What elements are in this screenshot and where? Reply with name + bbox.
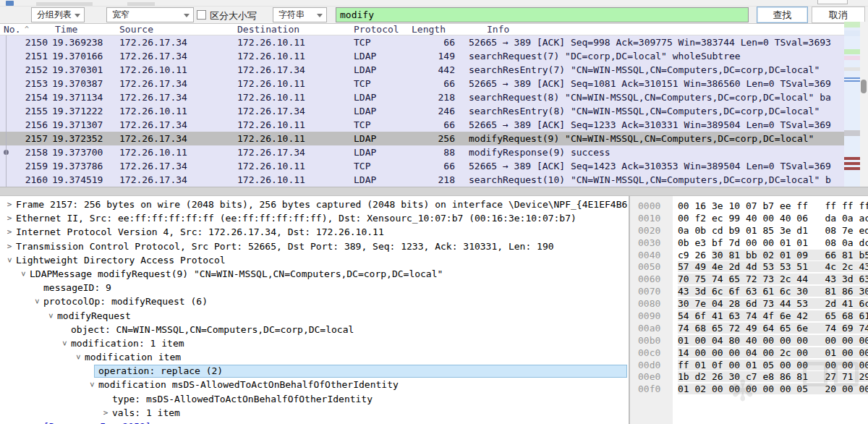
hex-row[interactable]: 005057 49 4e 2d 4d 53 53 51 4c 2c 43 4 [630, 261, 868, 274]
hex-row[interactable]: 0040c9 26 30 81 bb 02 01 09 66 81 b5 0 [630, 250, 868, 262]
hex-offset: 00c0 [638, 347, 678, 360]
cell-protocol: TCP [354, 35, 370, 49]
pane-splitter[interactable] [0, 187, 868, 196]
cell-protocol: LDAP [354, 63, 376, 77]
column-header-time[interactable]: Time [55, 24, 77, 35]
tree-node-label: Internet Protocol Version 4, Src: 172.26… [16, 226, 384, 237]
search-type-dropdown[interactable]: 字符串 [273, 7, 327, 22]
hex-row[interactable]: 000000 16 3e 10 07 b7 ee ff ff ff ff f [630, 200, 868, 213]
column-header-info[interactable]: Info [487, 24, 509, 35]
packet-row[interactable]: 215319.370387172.26.17.34172.26.10.11TCP… [0, 77, 844, 90]
cell-info: searchRequest(7) "DC=corp,DC=local" whol… [469, 49, 844, 63]
packet-row[interactable]: 215819.373700172.26.10.11172.26.17.34LDA… [0, 145, 844, 159]
find-button[interactable]: 查找 [757, 7, 808, 23]
cell-length: 66 [404, 118, 455, 132]
hex-row[interactable]: 00b001 00 04 80 40 00 00 00 00 00 00 0 [630, 335, 868, 347]
tree-node[interactable]: >vals: 1 item [0, 406, 629, 420]
expand-arrow-icon[interactable]: > [6, 225, 13, 239]
expand-arrow-icon[interactable]: > [6, 198, 13, 211]
packet-row[interactable]: 215019.369238172.26.17.34172.26.10.11TCP… [0, 35, 844, 49]
tree-node[interactable]: >modification: 1 item [0, 336, 629, 350]
expand-arrow-icon[interactable]: > [102, 406, 109, 420]
charset-width-dropdown[interactable]: 宽窄 [106, 7, 194, 22]
column-header-protocol[interactable]: Protocol [354, 24, 399, 35]
tree-node[interactable]: >Transmission Control Protocol, Src Port… [0, 239, 629, 253]
tree-node[interactable]: >Frame 2157: 256 bytes on wire (2048 bit… [0, 198, 629, 211]
tree-node[interactable]: >Lightweight Directory Access Protocol [0, 253, 629, 267]
cell-destination: 172.26.10.11 [237, 132, 305, 145]
hex-bytes: 1b d2 26 30 c7 e8 86 81 27 71 29 5 [678, 371, 868, 382]
hex-row[interactable]: 001000 f2 ec 99 40 00 40 06 da 0a ac 1 [630, 213, 868, 225]
collapse-arrow-icon[interactable]: > [57, 339, 71, 347]
hex-row[interactable]: 007043 3d 6c 6f 63 61 6c 30 81 86 30 8 [630, 286, 868, 298]
cell-destination: 172.26.10.11 [237, 173, 305, 187]
tree-node[interactable]: type: msDS-AllowedToActOnBehalfOfOtherId… [0, 392, 629, 406]
column-header-destination[interactable]: Destination [237, 24, 299, 35]
cell-length: 218 [404, 173, 455, 187]
tree-node[interactable]: messageID: 9 [0, 281, 629, 294]
collapse-arrow-icon[interactable]: > [16, 271, 30, 278]
search-input[interactable] [336, 7, 749, 22]
collapse-arrow-icon[interactable]: > [43, 312, 57, 319]
hex-row[interactable]: 00d0ff 01 0f 00 01 05 00 00 00 00 00 0 [630, 360, 868, 372]
cell-length: 66 [404, 159, 455, 173]
tree-node[interactable]: >protocolOp: modifyRequest (6) [0, 294, 629, 308]
tree-node[interactable]: >LDAPMessage modifyRequest(9) "CN=WIN-MS… [0, 267, 629, 281]
cell-info: modifyRequest(9) "CN=WIN-MSSQL,CN=Comput… [469, 132, 844, 145]
hex-row[interactable]: 00e01b d2 26 30 c7 e8 86 81 27 71 29 5 [630, 371, 868, 383]
packet-row[interactable]: 215419.371134172.26.17.34172.26.10.11LDA… [0, 90, 844, 104]
hex-offset: 00b0 [638, 335, 678, 347]
packet-row[interactable]: 215719.372352172.26.17.34172.26.10.11LDA… [0, 132, 844, 145]
packet-row[interactable]: 215919.373786172.26.17.34172.26.10.11TCP… [0, 159, 844, 173]
cell-destination: 172.26.10.11 [237, 35, 305, 49]
column-header-length[interactable]: Length [412, 24, 446, 35]
cell-no: 2152 [13, 63, 48, 77]
packet-row[interactable]: 215619.371307172.26.17.34172.26.10.11TCP… [0, 118, 844, 132]
cancel-button[interactable]: 取消 [812, 7, 865, 23]
hex-row[interactable]: 00300b e3 bf 7d 00 00 01 01 08 0a dc 2 [630, 237, 868, 250]
clipped-widget [36, 2, 93, 6]
tree-node[interactable]: [Response In: 2158] [0, 420, 629, 424]
hex-row[interactable]: 008030 7e 04 28 6d 73 44 53 2d 41 6c 6 [630, 298, 868, 310]
packet-row[interactable]: 216019.374519172.26.17.34172.26.10.11LDA… [0, 173, 844, 187]
hex-row[interactable]: 009054 6f 41 63 74 4f 6e 42 65 68 61 6 [630, 310, 868, 323]
packet-row[interactable]: 215119.370166172.26.17.34172.26.10.11LDA… [0, 49, 844, 63]
case-sensitive-checkbox[interactable] [197, 10, 206, 20]
expand-arrow-icon[interactable]: > [6, 211, 13, 225]
hex-row[interactable]: 00a074 68 65 72 49 64 65 6e 74 69 74 7 [630, 323, 868, 335]
collapse-arrow-icon[interactable]: > [30, 298, 43, 305]
search-scope-dropdown[interactable]: 分组列表 [31, 7, 85, 22]
hex-row[interactable]: 00c014 00 00 00 04 00 2c 00 01 00 00 0 [630, 347, 868, 360]
tree-node-label: object: CN=WIN-MSSQL,CN=Computers,DC=cor… [71, 324, 354, 335]
scrollbar-thumb[interactable] [861, 80, 867, 93]
collapse-arrow-icon[interactable]: > [71, 354, 85, 361]
hex-offset: 0090 [638, 310, 678, 323]
cell-no: 2158 [13, 145, 48, 159]
tree-node[interactable]: >modifyRequest [0, 309, 629, 323]
sort-indicator: ^ [25, 24, 29, 35]
collapse-arrow-icon[interactable]: > [85, 381, 98, 389]
hex-row[interactable]: 00f001 02 00 00 00 00 00 05 20 00 00 0 [630, 383, 868, 396]
hex-row[interactable]: 00200a 0b cd b9 01 85 3e d1 08 7e ed d [630, 225, 868, 237]
packet-row[interactable]: 215519.371222172.26.10.11172.26.17.34LDA… [0, 104, 844, 118]
packet-list-scrollbar[interactable] [860, 22, 868, 187]
hex-offset: 0070 [638, 286, 678, 298]
packet-list-header: ^ No.TimeSourceDestinationProtocolLength… [0, 24, 868, 35]
hex-offset: 0060 [638, 274, 678, 286]
tree-node-label: operation: replace (2) [98, 365, 223, 376]
expand-arrow-icon[interactable]: > [6, 239, 13, 253]
column-header-source[interactable]: Source [119, 24, 153, 35]
packet-row[interactable]: 215219.370301172.26.10.11172.26.17.34LDA… [0, 63, 844, 77]
cell-no: 2153 [13, 77, 48, 90]
collapse-arrow-icon[interactable]: > [2, 256, 16, 263]
tree-node[interactable]: >Internet Protocol Version 4, Src: 172.2… [0, 225, 629, 239]
tree-node[interactable]: >modification msDS-AllowedToActOnBehalfO… [0, 378, 629, 391]
tree-node[interactable]: >Ethernet II, Src: ee:ff:ff:ff:ff:ff (ee… [0, 211, 629, 225]
tree-node[interactable]: operation: replace (2) [0, 364, 629, 378]
tree-node[interactable]: >modification item [0, 350, 629, 364]
column-header-no[interactable]: No. [4, 24, 20, 35]
hex-row[interactable]: 006070 75 74 65 72 73 2c 44 43 3d 63 6 [630, 274, 868, 286]
hex-bytes: 00 f2 ec 99 40 00 40 06 da 0a ac 1 [678, 213, 868, 224]
hex-bytes: 01 02 00 00 00 00 00 05 20 00 00 0 [678, 383, 868, 394]
tree-node[interactable]: object: CN=WIN-MSSQL,CN=Computers,DC=cor… [0, 323, 629, 336]
